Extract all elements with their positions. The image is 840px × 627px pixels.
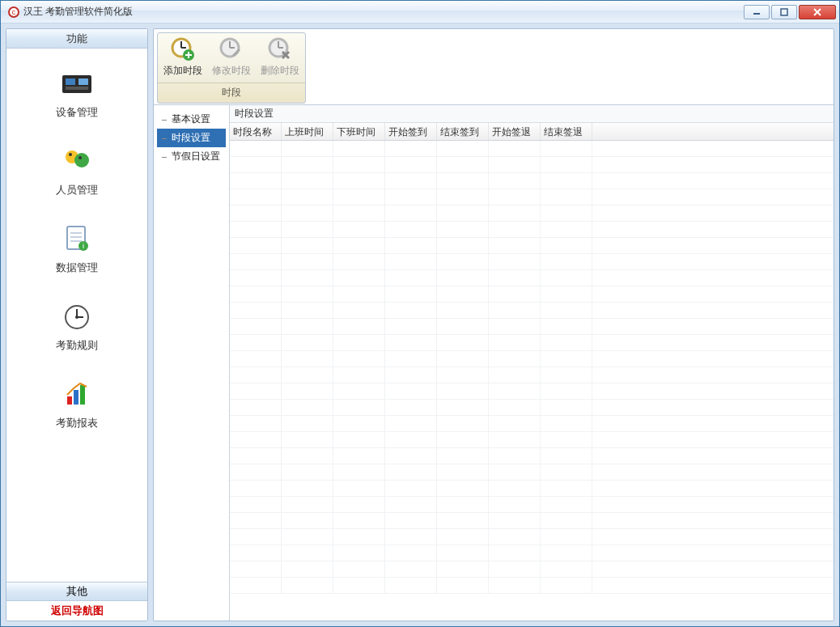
client-area: 功能 设备管理 人员管理 i <box>1 23 839 626</box>
table-row[interactable] <box>230 513 834 529</box>
sidebar-item-label: 考勤规则 <box>56 338 98 353</box>
app-icon: c <box>7 6 20 19</box>
window-title: 汉王 考勤管理软件简化版 <box>23 5 744 19</box>
svg-rect-25 <box>74 390 78 405</box>
table-row[interactable] <box>230 367 834 383</box>
main-panel: 添加时段 修改时段 删除时段 <box>153 28 834 621</box>
grid[interactable]: 时段名称 上班时间 下班时间 开始签到 结束签到 开始签退 结束签退 <box>230 123 834 621</box>
titlebar[interactable]: c 汉王 考勤管理软件简化版 <box>1 1 839 23</box>
table-row[interactable] <box>230 481 834 497</box>
maximize-button[interactable] <box>771 5 797 19</box>
add-period-button[interactable]: 添加时段 <box>163 36 203 78</box>
sidebar-item-people[interactable]: 人员管理 <box>6 134 147 212</box>
window-controls <box>744 5 836 19</box>
table-row[interactable] <box>230 222 834 238</box>
content-area: 基本设置 时段设置 节假日设置 时段设置 时段名称 上班时间 下班时间 开始签到… <box>154 105 834 621</box>
sidebar-item-label: 设备管理 <box>56 105 98 120</box>
ribbon-group-period: 添加时段 修改时段 删除时段 <box>157 32 306 104</box>
table-row[interactable] <box>230 286 834 303</box>
table-row[interactable] <box>230 416 834 432</box>
col-name[interactable]: 时段名称 <box>230 123 282 140</box>
minimize-button[interactable] <box>744 5 770 19</box>
chart-icon <box>61 379 93 411</box>
svg-rect-2 <box>753 13 760 15</box>
clock-edit-icon <box>218 36 244 62</box>
table-row[interactable] <box>230 383 834 400</box>
clock-del-icon <box>267 36 293 62</box>
sidebar-item-data[interactable]: i 数据管理 <box>6 212 147 290</box>
svg-rect-26 <box>80 385 85 405</box>
table-row[interactable] <box>230 578 834 594</box>
sidebar-item-label: 人员管理 <box>56 183 98 197</box>
settings-tree: 基本设置 时段设置 节假日设置 <box>154 105 230 621</box>
table-row[interactable] <box>230 157 834 173</box>
sidebar-header: 功能 <box>6 29 147 49</box>
table-row[interactable] <box>230 351 834 367</box>
col-ontime[interactable]: 上班时间 <box>282 123 333 140</box>
svg-point-23 <box>75 316 78 319</box>
delete-period-button[interactable]: 删除时段 <box>260 36 300 78</box>
ribbon: 添加时段 修改时段 删除时段 <box>154 29 834 105</box>
device-icon <box>61 68 93 100</box>
grid-header: 时段名称 上班时间 下班时间 开始签到 结束签到 开始签退 结束签退 <box>230 123 834 141</box>
svg-point-11 <box>74 153 89 167</box>
tree-item-holiday[interactable]: 节假日设置 <box>157 147 226 166</box>
sidebar-return-nav[interactable]: 返回导航图 <box>6 601 147 621</box>
pane-title: 时段设置 <box>230 105 834 123</box>
table-row[interactable] <box>230 205 834 222</box>
ribbon-btn-label: 删除时段 <box>261 64 299 78</box>
sidebar-section-other[interactable]: 其他 <box>6 582 147 601</box>
ribbon-btn-label: 添加时段 <box>163 64 202 78</box>
svg-point-12 <box>69 153 72 156</box>
table-row[interactable] <box>230 319 834 335</box>
sidebar-item-report[interactable]: 考勤报表 <box>6 367 147 445</box>
sidebar-item-rules[interactable]: 考勤规则 <box>6 290 147 367</box>
table-row[interactable] <box>230 270 834 286</box>
table-row[interactable] <box>230 448 834 464</box>
table-row[interactable] <box>230 173 834 189</box>
tree-item-period[interactable]: 时段设置 <box>157 129 226 147</box>
col-offtime[interactable]: 下班时间 <box>333 123 385 140</box>
col-signin-end[interactable]: 结束签到 <box>437 123 489 140</box>
tree-item-basic[interactable]: 基本设置 <box>157 110 226 129</box>
people-icon <box>61 146 93 178</box>
table-row[interactable] <box>230 254 834 270</box>
ribbon-group-label: 时段 <box>158 83 305 101</box>
close-button[interactable] <box>799 5 836 19</box>
table-row[interactable] <box>230 464 834 481</box>
table-row[interactable] <box>230 303 834 319</box>
table-row[interactable] <box>230 335 834 351</box>
svg-text:i: i <box>83 242 84 250</box>
table-row[interactable] <box>230 545 834 561</box>
table-row[interactable] <box>230 400 834 416</box>
grid-body <box>230 141 834 594</box>
table-row[interactable] <box>230 432 834 448</box>
table-row[interactable] <box>230 238 834 254</box>
table-row[interactable] <box>230 141 834 157</box>
svg-rect-8 <box>78 78 88 85</box>
sidebar-item-device[interactable]: 设备管理 <box>6 57 147 134</box>
table-row[interactable] <box>230 189 834 205</box>
sidebar-body: 设备管理 人员管理 i 数据管理 <box>6 49 147 582</box>
table-row[interactable] <box>230 561 834 578</box>
svg-rect-7 <box>66 78 75 85</box>
svg-point-13 <box>78 156 82 159</box>
svg-rect-24 <box>67 396 72 405</box>
svg-rect-3 <box>781 9 787 15</box>
col-signout-start[interactable]: 开始签退 <box>489 123 541 140</box>
svg-rect-9 <box>66 87 88 90</box>
table-pane: 时段设置 时段名称 上班时间 下班时间 开始签到 结束签到 开始签退 结束签退 <box>230 105 834 621</box>
svg-text:c: c <box>12 8 16 16</box>
app-window: c 汉王 考勤管理软件简化版 功能 设备管理 <box>0 0 840 627</box>
clock-add-icon <box>170 36 196 62</box>
sidebar: 功能 设备管理 人员管理 i <box>6 28 148 621</box>
table-row[interactable] <box>230 529 834 545</box>
edit-period-button[interactable]: 修改时段 <box>211 36 252 78</box>
col-signin-start[interactable]: 开始签到 <box>385 123 437 140</box>
sidebar-item-label: 考勤报表 <box>56 416 98 430</box>
clock-icon <box>61 301 93 333</box>
sidebar-item-label: 数据管理 <box>56 261 98 275</box>
table-row[interactable] <box>230 497 834 513</box>
col-signout-end[interactable]: 结束签退 <box>541 123 592 140</box>
doc-icon: i <box>61 223 93 256</box>
